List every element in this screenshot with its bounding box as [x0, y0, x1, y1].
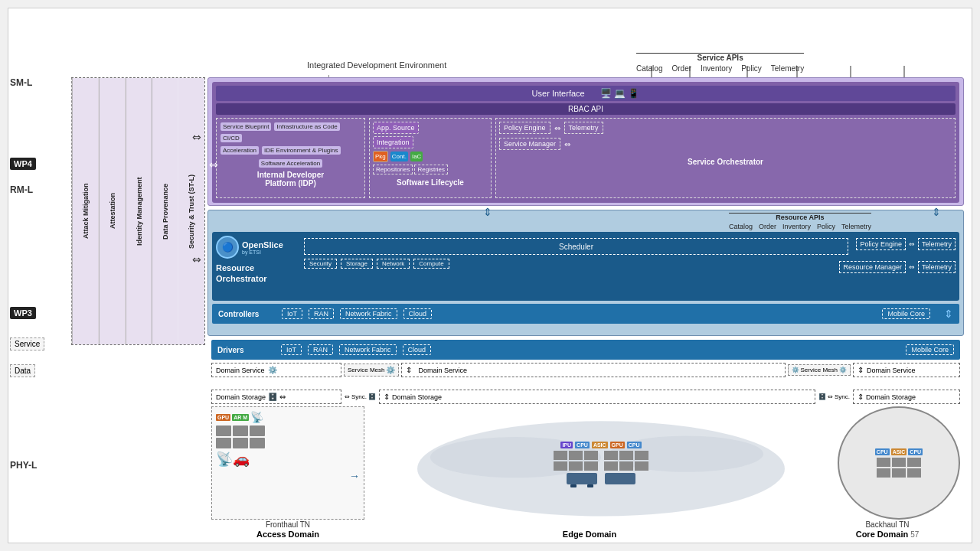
- edge-chips-container: IPU CPU ASIC GPU CPU: [554, 442, 648, 484]
- bottom-labels-row: Fronthaul TN Access Domain Edge Domain B…: [211, 520, 960, 539]
- edge-storage-arrow: ⇕: [384, 393, 390, 401]
- attestation-label: Attestation: [99, 78, 126, 344]
- edge-gpu: GPU: [610, 442, 625, 448]
- switch-2: [605, 473, 635, 484]
- domain-storage-row: Domain Storage 🗄️ ⇔ ⇔ Sync. 🗄️ ⇕ Domain …: [211, 390, 960, 404]
- orchestrator-label: Service Orchestrator: [499, 158, 952, 166]
- edge-ipu: IPU: [560, 442, 573, 448]
- vert-arrow-2: ⇔: [192, 253, 201, 266]
- rm-l-label: RM-L: [10, 184, 33, 195]
- identity-mgmt-label: Identity Management: [126, 78, 152, 344]
- cg4: [877, 468, 890, 478]
- pe-arrow-right: ⇔: [909, 240, 915, 248]
- access-grid-1: [216, 425, 231, 436]
- drv-netfabric: Network Fabric: [339, 344, 397, 355]
- access-domain-service: Domain Service ⚙️: [211, 363, 341, 377]
- chip-software-accel: Software Acceleration: [259, 159, 322, 168]
- eg11: [619, 461, 633, 471]
- controllers-label: Controllers: [218, 310, 276, 318]
- access-iot-icons: 📡🚗: [216, 451, 360, 468]
- openslice-byetsi: by ETSI: [242, 249, 283, 255]
- storage-chip: Storage: [341, 259, 373, 269]
- res-policy: Policy: [817, 223, 835, 230]
- edge-domain-box: IPU CPU ASIC GPU CPU: [387, 406, 815, 520]
- cg6: [907, 468, 921, 478]
- ctrl-iot: IoT: [282, 308, 302, 319]
- core-storage-arrow: ⇕: [858, 393, 864, 401]
- res-catalog: Catalog: [729, 223, 753, 230]
- ctrl-mobilecore: Mobile Core: [882, 308, 930, 319]
- page-number: 57: [910, 530, 919, 539]
- edge-domain-storage: ⇕ Domain Storage: [379, 390, 815, 404]
- edge-domain-label-group: Edge Domain: [364, 530, 815, 539]
- data-provenance-label: Data Provenance: [152, 78, 178, 344]
- switch-1-port2: [587, 484, 593, 487]
- sm-arrow: ⇔: [564, 140, 570, 148]
- resource-orchestrator-label: ResourceOrchestrator: [216, 262, 267, 285]
- core-grid: [877, 458, 921, 478]
- core-domain-bottom-label: Core Domain 57: [815, 530, 960, 539]
- edge-ds-label: Domain Service: [418, 367, 467, 374]
- rbac-bar: RBAC API: [216, 103, 956, 115]
- drv-ran: RAN: [308, 344, 333, 355]
- core-domain-text: Core Domain: [856, 530, 908, 539]
- sync-right-label: Sync.: [835, 393, 850, 400]
- edge-domain-bottom-label: Edge Domain: [364, 530, 815, 539]
- sm-right-gear1: ⚙️: [792, 367, 799, 373]
- phy-l-label: PHY-L: [10, 460, 37, 471]
- access-grid-5: [233, 438, 248, 448]
- eg7: [604, 451, 618, 460]
- idp-chips-row1: Service Blueprint Infrastructure as Code…: [220, 122, 361, 143]
- resource-apis-section: Resource APIs Catalog Order Inventory Po…: [729, 213, 871, 230]
- ctrl-arrow: ⇕: [944, 308, 953, 320]
- idp-chips-row3: Software Acceleration: [220, 158, 361, 168]
- resource-apis-label: Resource APIs: [729, 213, 871, 221]
- ui-bar: User Interface 🖥️ 💻 📱: [216, 86, 956, 101]
- sm-left-icon: ⚙️: [386, 366, 395, 374]
- ctrl-ran: RAN: [309, 308, 334, 319]
- switch-1-port: [570, 484, 577, 487]
- resource-manager-box: Resource Manager: [839, 261, 906, 273]
- sync-left-icon: 🗄️: [368, 393, 376, 400]
- edge-compute-grids: [554, 451, 648, 471]
- idp-arrow: ⇔: [209, 158, 218, 171]
- service-mesh-left: Service Mesh ⚙️: [344, 364, 399, 377]
- edge-cpu1: CPU: [575, 442, 590, 448]
- policy-engine-row: Policy Engine ⇔ Telemetry: [499, 122, 952, 134]
- core-domain-box: CPU ASIC CPU: [838, 406, 960, 520]
- fronthaul-label: Fronthaul TN: [211, 520, 364, 529]
- idp-chips-row2: Acceleration IDE Environment & Plugins: [220, 145, 361, 155]
- security-chip: Security: [304, 259, 337, 269]
- access-storage-arrow: ⇔: [279, 393, 286, 401]
- core-ds-label: Domain Service: [867, 367, 916, 374]
- core-ds-arrow: ⇕: [858, 366, 864, 374]
- eg5: [569, 461, 583, 471]
- ui-bar-label: User Interface: [532, 89, 585, 98]
- edge-cpu2: CPU: [627, 442, 642, 448]
- ctrl-netfabric: Network Fabric: [340, 308, 397, 319]
- backhaul-label: Backhaul TN: [815, 520, 960, 529]
- sm-left-label: Service Mesh: [348, 367, 384, 373]
- rbac-label: RBAC API: [568, 105, 603, 113]
- sml-rml-arrow: ⇕: [483, 206, 492, 218]
- access-domain-box: GPU AR M 📡 📡🚗 →: [211, 406, 364, 520]
- access-grid-6: [250, 438, 265, 448]
- lifecycle-icons-row: Pkg Cont. IaC: [373, 151, 488, 162]
- openslice-name: OpenSlice: [242, 240, 283, 249]
- service-label: Service: [10, 337, 44, 350]
- access-arrow: →: [216, 470, 360, 482]
- left-labels: SM-L WP4 RM-L WP3 Service Data PHY-L: [8, 8, 70, 543]
- domain-services-row: Domain Service ⚙️ Service Mesh ⚙️ ⇕ Doma…: [211, 363, 960, 377]
- drivers-band: Drivers IoT RAN Network Fabric Cloud Mob…: [211, 340, 960, 360]
- edge-chips-row1: IPU CPU ASIC GPU CPU: [560, 442, 641, 448]
- openslice-name-group: OpenSlice by ETSI: [242, 240, 283, 255]
- access-grid-4: [216, 438, 231, 448]
- sml-inner: User Interface 🖥️ 💻 📱 RBAC API Service B…: [212, 82, 959, 203]
- service-manager-box: Service Manager: [499, 138, 560, 150]
- network-chip: Network: [377, 259, 410, 269]
- main-diagram: SM-L WP4 RM-L WP3 Service Data PHY-L Att…: [8, 8, 972, 543]
- ctrl-cloud: Cloud: [403, 308, 433, 319]
- registries-chip: Registries: [414, 165, 448, 174]
- access-ds-label: Domain Service: [216, 367, 265, 374]
- access-grid-3: [250, 425, 265, 436]
